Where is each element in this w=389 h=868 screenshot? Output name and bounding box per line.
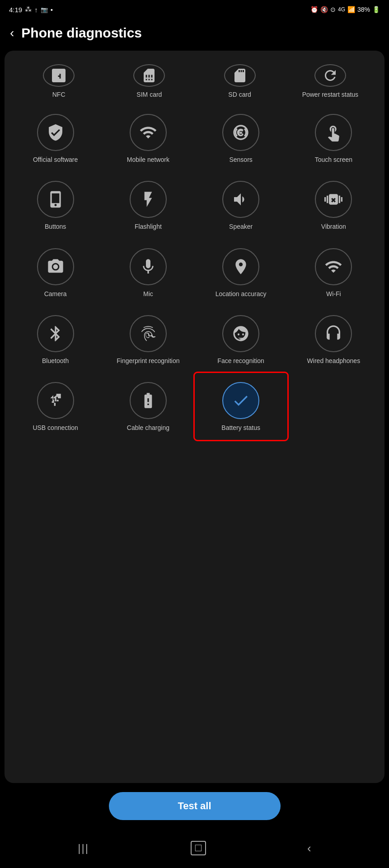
battery-status-label: Battery status	[221, 424, 260, 432]
wired-headphones-icon-circle	[315, 315, 352, 352]
bluetooth-label: Bluetooth	[42, 357, 69, 365]
face-recognition-label: Face recognition	[217, 357, 264, 365]
mobile-network-icon	[139, 123, 157, 142]
diag-item-power-restart[interactable]: Power restart status	[285, 60, 375, 105]
nav-home[interactable]: ☐	[191, 841, 206, 855]
diag-item-fingerprint[interactable]: Fingerprint recognition	[102, 306, 194, 373]
battery-percent: 38%	[357, 6, 370, 13]
alarm-icon: ⏰	[310, 6, 318, 13]
wifi-status-icon: ⊙	[330, 6, 336, 13]
bluetooth-icon	[47, 325, 65, 343]
mic-icon	[139, 258, 157, 276]
sd-label: SD card	[228, 90, 251, 99]
face-recognition-icon-circle	[222, 315, 259, 352]
diag-item-vibration[interactable]: Vibration	[287, 172, 380, 239]
face-recognition-icon	[232, 325, 250, 343]
back-button[interactable]: ‹	[10, 27, 14, 39]
page-header: ‹ Phone diagnostics	[0, 17, 389, 51]
power-icon-circle	[314, 64, 346, 87]
camera-icon-circle	[37, 248, 74, 285]
top-partial-row: NFC SIM card SD card	[9, 55, 380, 105]
diagnostics-container: NFC SIM card SD card	[5, 51, 384, 783]
touch-screen-label: Touch screen	[315, 156, 352, 164]
buttons-icon-circle	[37, 181, 74, 218]
wifi-icon	[324, 258, 342, 276]
mobile-network-icon-circle	[130, 114, 167, 151]
diag-item-bluetooth[interactable]: Bluetooth	[9, 306, 102, 373]
diag-item-wired-headphones[interactable]: Wired headphones	[287, 306, 380, 373]
wifi-icon-circle	[315, 248, 352, 285]
official-software-icon-circle	[37, 114, 74, 151]
vibration-icon	[324, 190, 342, 208]
nfc-icon	[51, 67, 67, 84]
wifi-label: Wi-Fi	[326, 290, 341, 298]
diag-item-mobile-network[interactable]: Mobile network	[102, 105, 194, 172]
bottom-section: Test all	[0, 783, 389, 834]
sim-label: SIM card	[136, 90, 162, 99]
diag-item-location-accuracy[interactable]: Location accuracy	[195, 239, 287, 306]
sensors-icon-circle	[222, 114, 259, 151]
nfc-label: NFC	[52, 90, 66, 99]
mic-label: Mic	[143, 290, 153, 298]
diag-item-camera[interactable]: Camera	[9, 239, 102, 306]
usb-icon	[47, 392, 65, 410]
speaker-label: Speaker	[229, 222, 253, 231]
diag-item-nfc[interactable]: NFC	[14, 60, 104, 105]
diag-item-sim-card[interactable]: SIM card	[104, 60, 194, 105]
flashlight-icon	[139, 190, 157, 208]
cable-charging-icon-circle	[130, 382, 167, 419]
diag-item-speaker[interactable]: Speaker	[195, 172, 287, 239]
nav-recent-apps[interactable]: |||	[78, 842, 89, 854]
mobile-network-label: Mobile network	[127, 156, 169, 164]
cable-charging-label: Cable charging	[127, 424, 169, 432]
diag-item-flashlight[interactable]: Flashlight	[102, 172, 194, 239]
sim-icon	[141, 67, 157, 84]
touch-screen-icon-circle	[315, 114, 352, 151]
bluetooth-icon-circle	[37, 315, 74, 352]
speaker-icon	[232, 190, 250, 208]
sd-icon-circle	[224, 64, 256, 87]
nav-back[interactable]: ‹	[307, 841, 311, 855]
power-icon	[322, 67, 338, 84]
test-all-button[interactable]: Test all	[109, 792, 281, 820]
diag-item-usb-connection[interactable]: USB connection	[9, 373, 102, 440]
official-software-label: Official software	[33, 156, 78, 164]
official-software-icon	[47, 123, 65, 142]
page-title: Phone diagnostics	[21, 25, 142, 41]
nfc-icon-circle	[43, 64, 75, 87]
diag-item-mic[interactable]: Mic	[102, 239, 194, 306]
signal-icon: 📶	[347, 6, 355, 13]
battery-status-icon-circle	[222, 382, 259, 419]
status-bar: 4:19 ⁂ ↑ 📷 • ⏰ 🔇 ⊙ 4G 📶 38% 🔋	[0, 0, 389, 17]
diag-item-wifi[interactable]: Wi-Fi	[287, 239, 380, 306]
camera-icon	[47, 258, 65, 276]
diag-item-battery-status[interactable]: Battery status	[195, 373, 287, 440]
flashlight-label: Flashlight	[135, 222, 162, 231]
location-label: Location accuracy	[216, 290, 267, 298]
diag-item-face-recognition[interactable]: Face recognition	[195, 306, 287, 373]
diag-item-sensors[interactable]: Sensors	[195, 105, 287, 172]
camera-label: Camera	[44, 290, 67, 298]
nav-bar: ||| ☐ ‹	[0, 834, 389, 868]
battery-icon: 🔋	[372, 6, 380, 13]
sd-icon	[232, 67, 248, 84]
diag-item-cable-charging[interactable]: Cable charging	[102, 373, 194, 440]
wired-headphones-icon	[324, 325, 342, 343]
fingerprint-icon-circle	[130, 315, 167, 352]
mic-icon-circle	[130, 248, 167, 285]
sim-icon-circle	[133, 64, 165, 87]
time-display: 4:19	[9, 6, 22, 14]
dot-indicator: •	[51, 6, 53, 14]
diag-item-touch-screen[interactable]: Touch screen	[287, 105, 380, 172]
diag-item-official-software[interactable]: Official software	[9, 105, 102, 172]
vibration-label: Vibration	[321, 222, 346, 231]
fingerprint-label: Fingerprint recognition	[117, 357, 179, 365]
diag-item-sd-card[interactable]: SD card	[195, 60, 285, 105]
battery-status-icon	[232, 392, 250, 410]
speaker-icon-circle	[222, 181, 259, 218]
status-right: ⏰ 🔇 ⊙ 4G 📶 38% 🔋	[310, 6, 380, 13]
usb-connection-label: USB connection	[33, 424, 78, 432]
buttons-label: Buttons	[45, 222, 66, 231]
4g-icon: 4G	[338, 6, 345, 13]
diag-item-buttons[interactable]: Buttons	[9, 172, 102, 239]
